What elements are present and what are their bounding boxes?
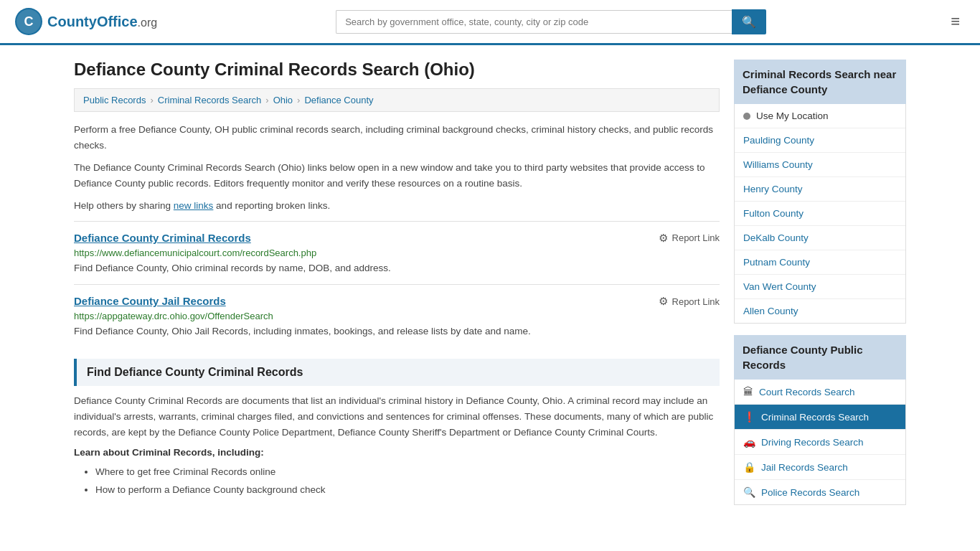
sidebar-paulding[interactable]: Paulding County	[735, 128, 905, 153]
find-section: Find Defiance County Criminal Records De…	[74, 359, 720, 498]
breadcrumb-criminal-records[interactable]: Criminal Records Search	[158, 95, 262, 105]
sidebar-henry[interactable]: Henry County	[735, 177, 905, 202]
list-item: How to perform a Defiance County backgro…	[95, 481, 720, 499]
criminal-icon: ❗	[743, 411, 755, 423]
sidebar-nearby-body: Use My Location Paulding County Williams…	[734, 104, 906, 324]
svg-text:C: C	[24, 14, 34, 29]
sidebar-nearby-section: Criminal Records Search near Defiance Co…	[734, 60, 906, 324]
header: C CountyOffice.org 🔍 ≡	[0, 0, 980, 45]
find-section-header: Find Defiance County Criminal Records	[74, 359, 720, 386]
report-icon-1: ⚙	[659, 295, 668, 308]
sidebar-jail-records[interactable]: 🔒 Jail Records Search	[735, 455, 905, 480]
sidebar-vanwert[interactable]: Van Wert County	[735, 275, 905, 299]
description-para-1: Perform a free Defiance County, OH publi…	[74, 122, 720, 153]
record-item-0: Defiance County Criminal Records ⚙ Repor…	[74, 221, 720, 284]
record-url-1[interactable]: https://appgateway.drc.ohio.gov/Offender…	[74, 311, 720, 321]
sidebar-public-records-header: Defiance County Public Records	[734, 335, 906, 380]
record-url-0[interactable]: https://www.defiancemunicipalcourt.com/r…	[74, 248, 720, 258]
main-container: Defiance County Criminal Records Search …	[60, 45, 920, 517]
driving-icon: 🚗	[743, 436, 755, 448]
sidebar-public-records-section: Defiance County Public Records 🏛 Court R…	[734, 335, 906, 505]
report-icon-0: ⚙	[659, 232, 668, 245]
description-para-3: Help others by sharing new links and rep…	[74, 198, 720, 214]
learn-list: Where to get free Criminal Records onlin…	[74, 463, 720, 499]
logo-icon: C	[14, 7, 43, 36]
report-link-1[interactable]: ⚙ Report Link	[659, 295, 720, 308]
search-input[interactable]	[336, 10, 732, 34]
record-desc-1: Find Defiance County, Ohio Jail Records,…	[74, 324, 720, 339]
record-desc-0: Find Defiance County, Ohio criminal reco…	[74, 261, 720, 276]
sidebar-williams[interactable]: Williams County	[735, 153, 905, 177]
record-title-1[interactable]: Defiance County Jail Records	[74, 295, 226, 307]
learn-title: Learn about Criminal Records, including:	[74, 447, 720, 458]
sidebar: Criminal Records Search near Defiance Co…	[734, 60, 906, 517]
breadcrumb: Public Records › Criminal Records Search…	[74, 88, 720, 112]
record-title-0[interactable]: Defiance County Criminal Records	[74, 232, 251, 244]
page-title: Defiance County Criminal Records Search …	[74, 60, 720, 80]
record-items: Defiance County Criminal Records ⚙ Repor…	[74, 221, 720, 348]
location-dot-icon	[743, 113, 750, 120]
hamburger-menu-icon[interactable]: ≡	[945, 9, 966, 34]
search-area: 🔍	[336, 9, 766, 34]
sidebar-nearby-header: Criminal Records Search near Defiance Co…	[734, 60, 906, 104]
sidebar-public-records-body: 🏛 Court Records Search ❗ Criminal Record…	[734, 380, 906, 505]
breadcrumb-public-records[interactable]: Public Records	[83, 95, 146, 105]
court-icon: 🏛	[743, 386, 753, 397]
list-item: Where to get free Criminal Records onlin…	[95, 463, 720, 481]
sidebar-allen[interactable]: Allen County	[735, 299, 905, 323]
sidebar-police-records[interactable]: 🔍 Police Records Search	[735, 480, 905, 504]
sidebar-driving-records[interactable]: 🚗 Driving Records Search	[735, 430, 905, 455]
police-icon: 🔍	[743, 486, 755, 498]
find-section-text: Defiance County Criminal Records are doc…	[74, 393, 720, 440]
new-links-link[interactable]: new links	[174, 200, 214, 211]
logo-text[interactable]: CountyOffice.org	[47, 14, 157, 30]
record-item-1: Defiance County Jail Records ⚙ Report Li…	[74, 284, 720, 347]
sidebar-court-records[interactable]: 🏛 Court Records Search	[735, 380, 905, 405]
jail-icon: 🔒	[743, 461, 755, 473]
logo-area: C CountyOffice.org	[14, 7, 157, 36]
sidebar-putnam[interactable]: Putnam County	[735, 250, 905, 275]
sidebar-use-location[interactable]: Use My Location	[735, 104, 905, 128]
sidebar-dekalb[interactable]: DeKalb County	[735, 226, 905, 250]
report-link-0[interactable]: ⚙ Report Link	[659, 232, 720, 245]
sidebar-criminal-records[interactable]: ❗ Criminal Records Search	[735, 405, 905, 430]
description-para-2: The Defiance County Criminal Records Sea…	[74, 160, 720, 191]
breadcrumb-defiance[interactable]: Defiance County	[304, 95, 373, 105]
breadcrumb-ohio[interactable]: Ohio	[273, 95, 293, 105]
sidebar-fulton[interactable]: Fulton County	[735, 202, 905, 226]
content-area: Defiance County Criminal Records Search …	[74, 60, 720, 517]
search-button[interactable]: 🔍	[732, 9, 766, 34]
search-icon: 🔍	[742, 16, 756, 28]
